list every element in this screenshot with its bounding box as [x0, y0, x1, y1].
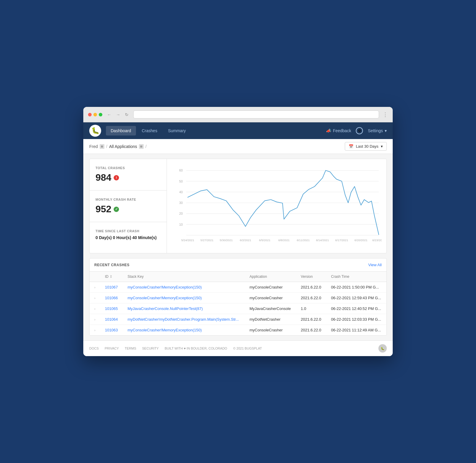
- row-application-4: myConsoleCrasher: [245, 325, 296, 336]
- col-stack-key: Stack Key: [123, 272, 245, 282]
- svg-text:5/30/2021: 5/30/2021: [220, 238, 233, 242]
- url-bar[interactable]: [133, 110, 379, 119]
- time-since-value: 0 Day(s) 0 Hour(s) 40 Minute(s): [95, 235, 161, 240]
- stats-chart-row: TOTAL CRASHES 984 ! MONTHLY CRASH RATE 9…: [89, 159, 387, 253]
- row-stack-key-4[interactable]: myConsoleCrasher!MemoryException(150): [123, 325, 245, 336]
- svg-text:30: 30: [179, 201, 183, 205]
- browser-menu-icon[interactable]: ⋮: [383, 111, 388, 118]
- breadcrumb-sep2: /: [145, 144, 147, 149]
- breadcrumb-apps-icon: ⊞: [139, 144, 144, 149]
- svg-text:6/11/2021: 6/11/2021: [297, 238, 310, 242]
- col-version: Version: [296, 272, 326, 282]
- minimize-dot[interactable]: [93, 113, 97, 116]
- view-all-link[interactable]: View All: [368, 263, 382, 267]
- footer-terms[interactable]: TERMS: [125, 347, 136, 350]
- svg-text:20: 20: [179, 212, 183, 215]
- crashes-table-header-row: ID ⇕ Stack Key Application Version Crash…: [90, 272, 386, 282]
- row-stack-key-0[interactable]: myConsoleCrasher!MemoryException(150): [123, 282, 245, 293]
- svg-text:60: 60: [179, 169, 183, 172]
- crashes-table: ID ⇕ Stack Key Application Version Crash…: [90, 272, 386, 335]
- sort-icon: ⇕: [109, 275, 112, 279]
- col-id[interactable]: ID ⇕: [100, 272, 123, 282]
- browser-chrome: ← → ↻ ⋮: [83, 107, 393, 122]
- app-footer: DOCS PRIVACY TERMS SECURITY BUILT WITH ♥…: [83, 340, 393, 356]
- breadcrumb-all-apps[interactable]: All Applications: [109, 144, 137, 149]
- monthly-rate-number: 952: [95, 204, 111, 215]
- col-expand: [90, 272, 100, 282]
- table-row: › 101065 MyJavaCrasherConsole.NullPointe…: [90, 303, 386, 314]
- footer-docs[interactable]: DOCS: [89, 347, 99, 350]
- row-expand-2[interactable]: ›: [90, 303, 100, 314]
- total-crashes-block: TOTAL CRASHES 984 !: [90, 159, 167, 191]
- chevron-down-icon: ▾: [385, 128, 387, 133]
- footer-security[interactable]: SECURITY: [142, 347, 159, 350]
- row-stack-key-2[interactable]: MyJavaCrasherConsole.NullPointerTest(87): [123, 303, 245, 314]
- crashes-table-head: ID ⇕ Stack Key Application Version Crash…: [90, 272, 386, 282]
- table-row: › 101063 myConsoleCrasher!MemoryExceptio…: [90, 325, 386, 336]
- row-id-2[interactable]: 101065: [100, 303, 123, 314]
- svg-text:40: 40: [179, 190, 183, 194]
- footer-built-with: BUILT WITH ♥ IN BOULDER, COLORADO: [165, 347, 227, 350]
- row-expand-1[interactable]: ›: [90, 293, 100, 303]
- svg-text:6/5/2021: 6/5/2021: [259, 238, 270, 242]
- stats-panel: TOTAL CRASHES 984 ! MONTHLY CRASH RATE 9…: [90, 159, 167, 253]
- row-id-4[interactable]: 101063: [100, 325, 123, 336]
- nav-summary[interactable]: Summary: [163, 126, 191, 135]
- svg-text:50: 50: [179, 180, 183, 183]
- chart-container: 60 50 40 30 20 10 5/24/2021 5/27/2021 5/…: [167, 159, 386, 253]
- row-version-1: 2021.6.22.0: [296, 293, 326, 303]
- row-stack-key-1[interactable]: myConsoleCrasher!MemoryException(150): [123, 293, 245, 303]
- row-crash-time-2: 06-22-2021 12:40:52 PM G...: [326, 303, 386, 314]
- back-button[interactable]: ←: [106, 112, 112, 118]
- recent-crashes-header: RECENT CRASHES View All: [90, 258, 386, 272]
- row-expand-0[interactable]: ›: [90, 282, 100, 293]
- refresh-button[interactable]: ↻: [124, 112, 130, 118]
- date-filter-button[interactable]: 📅 Last 30 Days ▾: [345, 142, 387, 151]
- svg-text:6/17/2021: 6/17/2021: [335, 238, 348, 242]
- col-crash-time: Crash Time: [326, 272, 386, 282]
- row-id-3[interactable]: 101064: [100, 314, 123, 325]
- recent-crashes-section: RECENT CRASHES View All ID ⇕ Stack Key: [89, 258, 387, 336]
- nav-crashes[interactable]: Crashes: [137, 126, 162, 135]
- forward-button[interactable]: →: [115, 112, 121, 118]
- browser-window: ← → ↻ ⋮ 🐛 Dashboard Crashes Summary 📣 Fe…: [83, 107, 393, 356]
- row-expand-3[interactable]: ›: [90, 314, 100, 325]
- breadcrumb-bar: Fred ⊞ / All Applications ⊞ / 📅 Last 30 …: [83, 139, 393, 154]
- breadcrumb: Fred ⊞ / All Applications ⊞ /: [89, 144, 147, 149]
- feedback-label: Feedback: [333, 128, 351, 133]
- row-application-0: myConsoleCrasher: [245, 282, 296, 293]
- svg-text:10: 10: [179, 223, 183, 226]
- table-row: › 101067 myConsoleCrasher!MemoryExceptio…: [90, 282, 386, 293]
- row-id-1[interactable]: 101066: [100, 293, 123, 303]
- nav-right: 📣 Feedback ⚙ Settings ▾: [326, 127, 387, 134]
- monthly-rate-badge: ✓: [114, 207, 119, 212]
- svg-text:6/23/2021: 6/23/2021: [372, 238, 382, 242]
- nav-dashboard[interactable]: Dashboard: [106, 126, 136, 135]
- logo-icon: 🐛: [91, 127, 99, 135]
- row-id-0[interactable]: 101067: [100, 282, 123, 293]
- col-application: Application: [245, 272, 296, 282]
- calendar-icon: 📅: [349, 144, 353, 149]
- maximize-dot[interactable]: [99, 113, 102, 116]
- footer-privacy[interactable]: PRIVACY: [105, 347, 119, 350]
- row-expand-4[interactable]: ›: [90, 325, 100, 336]
- row-crash-time-0: 06-22-2021 1:50:00 PM G...: [326, 282, 386, 293]
- breadcrumb-user: Fred: [89, 144, 98, 149]
- settings-button[interactable]: Settings ▾: [368, 128, 387, 133]
- table-row: › 101066 myConsoleCrasher!MemoryExceptio…: [90, 293, 386, 303]
- row-crash-time-4: 06-22-2021 11:12:49 AM G...: [326, 325, 386, 336]
- svg-text:6/14/2021: 6/14/2021: [316, 238, 329, 242]
- footer-logo: 🐛: [378, 344, 387, 353]
- total-crashes-number: 984: [95, 172, 111, 183]
- row-application-1: myConsoleCrasher: [245, 293, 296, 303]
- monthly-rate-value: 952 ✓: [95, 204, 161, 215]
- close-dot[interactable]: [88, 113, 92, 116]
- row-version-3: 2021.6.22.0: [296, 314, 326, 325]
- feedback-button[interactable]: 📣 Feedback: [326, 128, 351, 133]
- gear-icon: ⚙: [358, 129, 361, 133]
- time-since-block: TIME SINCE LAST CRASH 0 Day(s) 0 Hour(s)…: [90, 222, 167, 247]
- footer-copyright: © 2021 BUGSPLAT: [233, 347, 262, 350]
- table-row: › 101064 myDotNetCrasher!myDotNetCrasher…: [90, 314, 386, 325]
- monthly-rate-block: MONTHLY CRASH RATE 952 ✓: [90, 191, 167, 222]
- row-stack-key-3[interactable]: myDotNetCrasher!myDotNetCrasher.Program.…: [123, 314, 245, 325]
